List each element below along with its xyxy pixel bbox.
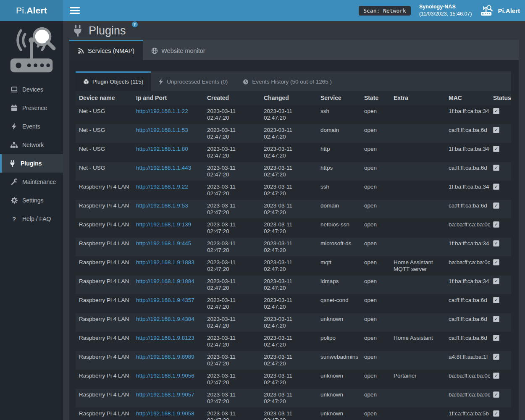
mac-cell: ba:ba:ff:ca:ba:0c [445,256,490,275]
changed-cell: 2023-03-11 02:47:20 [260,143,317,162]
sidebar-item-settings[interactable]: Settings [0,191,63,210]
ip-port-link[interactable]: http://192.168.1.9:22 [136,184,188,190]
ip-port-link[interactable]: http://192.168.1.9:9058 [136,410,194,417]
status-checkbox[interactable]: ✓ [493,297,499,303]
table-row: Raspberry Pi 4 LANhttp://192.168.1.9:905… [76,370,511,388]
status-checkbox[interactable]: ✓ [493,127,499,133]
table-row: Raspberry Pi 4 LANhttp://192.168.1.9:905… [76,407,511,420]
ip-port-link[interactable]: http://192.168.1.1:443 [136,165,191,171]
ip-port-link[interactable]: http://192.168.1.9:1884 [136,278,194,284]
tab-label: Website monitor [161,47,205,54]
sidebar-item-maintenance[interactable]: Maintenance [0,173,63,191]
device-name-cell: Raspberry Pi 4 LAN [76,237,133,256]
ip-port-link[interactable]: http://192.168.1.9:8123 [136,335,194,341]
extra-cell [390,200,445,218]
ip-port-cell: http://192.168.1.9:8989 [133,351,204,370]
device-name-cell: Raspberry Pi 4 LAN [76,181,133,200]
created-cell: 2023-03-11 02:47:20 [204,143,260,162]
service-cell: https [317,162,361,181]
tab-website-monitor[interactable]: Website monitor [143,40,214,60]
status-checkbox[interactable]: ✓ [493,240,499,247]
changed-cell: 2023-03-11 02:47:20 [260,256,317,275]
ip-port-cell: http://192.168.1.9:1884 [133,275,204,294]
status-cell: ✓ [490,351,511,370]
ip-port-cell: http://192.168.1.1:22 [133,105,204,124]
sidebar-item-help[interactable]: Help / FAQ [0,210,63,228]
ip-port-link[interactable]: http://192.168.1.9:4357 [136,297,194,303]
changed-cell: 2023-03-11 02:47:20 [260,407,317,420]
laptop-icon [10,87,18,93]
service-cell: mqtt [317,256,361,275]
table-row: Raspberry Pi 4 LANhttp://192.168.1.9:435… [76,294,511,313]
status-checkbox[interactable]: ✓ [493,316,499,322]
brand[interactable]: Pi.Alert [480,5,520,16]
ip-port-link[interactable]: http://192.168.1.9:4384 [136,316,194,322]
ip-port-link[interactable]: http://192.168.1.9:139 [136,221,191,228]
state-cell: open [361,143,390,162]
sidebar-item-network[interactable]: Network [0,136,63,154]
ip-port-link[interactable]: http://192.168.1.1:80 [136,146,188,152]
status-checkbox[interactable]: ✓ [493,108,499,114]
mac-cell: ca:ff:ff:ca:ba:6d [445,294,490,313]
table-row: Net - USGhttp://192.168.1.1:802023-03-11… [76,143,511,162]
mac-cell: 1f:ba:ff:ca:ba:34 [445,237,490,256]
host-info: Synology-NAS (11/03/2023, 15:46:07) [419,3,472,18]
device-name-cell: Net - USG [76,105,133,124]
status-checkbox[interactable]: ✓ [493,410,499,417]
state-cell: open [361,275,390,294]
created-cell: 2023-03-11 02:47:20 [204,332,260,351]
app-logo[interactable]: Pi.Alert [0,0,63,21]
ip-port-link[interactable]: http://192.168.1.9:9056 [136,373,194,379]
sidebar-item-label: Presence [22,105,47,111]
table-row: Net - USGhttp://192.168.1.1:4432023-03-1… [76,162,511,181]
col-device-name: Device name [76,91,133,105]
tab-events-history[interactable]: Events History (50 out of 1265 ) [235,71,339,91]
status-checkbox[interactable]: ✓ [493,165,499,171]
tab-services-nmap[interactable]: Services (NMAP) [69,40,143,60]
status-checkbox[interactable]: ✓ [493,373,499,379]
created-cell: 2023-03-11 02:47:20 [204,218,260,237]
help-badge[interactable]: ? [132,21,138,27]
ip-port-cell: http://192.168.1.9:53 [133,200,204,218]
tab-plugin-objects[interactable]: Plugin Objects (115) [76,71,151,91]
sidebar-item-devices[interactable]: Devices [0,80,63,99]
ip-port-cell: http://192.168.1.9:4384 [133,313,204,332]
sidebar-item-plugins[interactable]: Plugins [0,154,63,173]
mac-cell: 1f:ca:ff:ca:ba:5b [445,407,490,420]
ip-port-link[interactable]: http://192.168.1.1:53 [136,127,188,133]
sidebar-toggle-button[interactable] [70,7,80,14]
plugin-objects-table-body: Net - USGhttp://192.168.1.1:222023-03-11… [76,105,511,420]
ip-port-link[interactable]: http://192.168.1.9:53 [136,202,188,209]
device-name-cell: Raspberry Pi 4 LAN [76,332,133,351]
sidebar-item-presence[interactable]: Presence [0,99,63,117]
status-checkbox[interactable]: ✓ [493,335,499,341]
plug-icon [8,160,16,167]
ip-port-link[interactable]: http://192.168.1.1:22 [136,108,188,114]
status-checkbox[interactable]: ✓ [493,202,499,209]
ip-port-link[interactable]: http://192.168.1.9:9057 [136,391,194,398]
state-cell: open [361,256,390,275]
tab-unprocessed-events[interactable]: Unprocessed Events (0) [151,71,235,91]
status-checkbox[interactable]: ✓ [493,221,499,228]
status-checkbox[interactable]: ✓ [493,184,499,190]
table-row: Net - USGhttp://192.168.1.1:532023-03-11… [76,124,511,143]
status-checkbox[interactable]: ✓ [493,278,499,284]
status-cell: ✓ [490,313,511,332]
device-name-cell: Raspberry Pi 4 LAN [76,370,133,388]
status-checkbox[interactable]: ✓ [493,354,499,360]
ip-port-link[interactable]: http://192.168.1.9:1883 [136,259,194,265]
ip-port-link[interactable]: http://192.168.1.9:445 [136,240,191,247]
state-cell: open [361,200,390,218]
changed-cell: 2023-03-11 02:47:20 [260,275,317,294]
status-checkbox[interactable]: ✓ [493,146,499,152]
sidebar-item-events[interactable]: Events [0,117,63,136]
status-checkbox[interactable]: ✓ [493,391,499,398]
extra-cell [390,407,445,420]
ip-port-link[interactable]: http://192.168.1.9:8989 [136,354,194,360]
service-cell: polipo [317,332,361,351]
status-checkbox[interactable]: ✓ [493,259,499,265]
status-cell: ✓ [490,218,511,237]
changed-cell: 2023-03-11 02:47:20 [260,200,317,218]
status-cell: ✓ [490,407,511,420]
device-name-cell: Net - USG [76,143,133,162]
